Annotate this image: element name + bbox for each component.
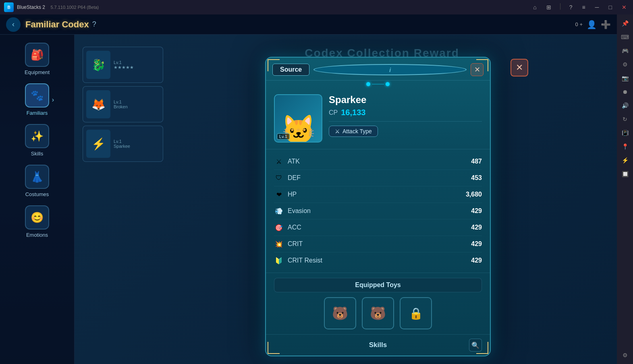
- main-content: Codex Collection Reward Sparkee 🐉 Lv.1★★…: [75, 35, 617, 364]
- tool-volume[interactable]: 🔊: [619, 100, 631, 111]
- card-thumb-2: 🦊: [86, 90, 110, 118]
- familiars-label: Familiars: [27, 110, 48, 116]
- profile-icon[interactable]: 👤: [587, 20, 597, 29]
- help-btn[interactable]: ?: [567, 3, 575, 11]
- menu-btn[interactable]: ≡: [579, 3, 587, 11]
- attack-type-button[interactable]: ⚔ Attack Type: [329, 126, 378, 137]
- def-icon: 🛡: [274, 173, 284, 183]
- tool-prefs[interactable]: ⚙: [619, 350, 631, 361]
- cp-value: 16,133: [341, 108, 365, 117]
- sidebar-item-equipment[interactable]: 🎒 Equipment: [25, 43, 50, 75]
- gem-decoration: [266, 81, 490, 88]
- stat-crit-value: 429: [471, 240, 482, 248]
- sidebar-item-familiars[interactable]: 🐾 Familiars ›: [25, 83, 49, 116]
- familiar-portrait: 🐱 Lv.1 ★ ★ ★ ★ ★: [274, 94, 322, 143]
- stat-def-value: 453: [471, 174, 482, 182]
- skills-icon: ✨: [25, 124, 49, 148]
- stat-row-acc: 🎯 ACC 429: [274, 219, 482, 236]
- gem-right: [386, 82, 390, 86]
- topbar-right: 0 + 👤 ➕: [575, 20, 611, 29]
- attack-type-label: Attack Type: [342, 128, 372, 134]
- toy-slot-1[interactable]: 🐻: [324, 297, 356, 329]
- add-icon[interactable]: ➕: [601, 20, 611, 29]
- stat-crit-label: CRIT: [288, 240, 471, 248]
- tool-gamepad[interactable]: 🎮: [619, 45, 631, 56]
- familiar-name: Sparkee: [329, 94, 482, 105]
- sidebar-item-emotions[interactable]: 😊 Emotions: [25, 205, 49, 238]
- equipped-toys-header: Equipped Toys: [274, 278, 482, 292]
- portrait-level: Lv.1: [277, 133, 290, 140]
- home-btn[interactable]: ⌂: [531, 3, 539, 11]
- cp-label: CP: [329, 109, 338, 116]
- star-2: ★: [290, 126, 295, 133]
- card-info-1: Lv.1★★★★★: [114, 60, 134, 70]
- tool-location[interactable]: 📍: [619, 141, 631, 152]
- skills-label: Skills: [31, 151, 43, 157]
- tool-record[interactable]: ⏺: [619, 86, 631, 97]
- star-4: ★: [302, 126, 307, 133]
- familiar-modal: Source i ✕ 🐱 Lv.1 ★ ★ ★: [265, 57, 491, 356]
- outer-close-button[interactable]: ✕: [511, 59, 528, 77]
- tool-settings[interactable]: ⚙: [619, 59, 631, 70]
- stat-row-crit-resist: 🔰 CRIT Resist 429: [274, 252, 482, 269]
- star-3: ★: [296, 126, 301, 133]
- card-item-2[interactable]: 🦊 Lv.1Broken: [83, 86, 163, 122]
- tool-pin[interactable]: 📌: [619, 18, 631, 29]
- equipment-icon: 🎒: [25, 43, 49, 67]
- corner-tl: [268, 59, 280, 71]
- attack-type-icon: ⚔: [335, 128, 340, 134]
- stat-evasion-value: 429: [471, 207, 482, 215]
- skills-section: Skills 🔍: [266, 335, 490, 356]
- grid-btn[interactable]: ⊞: [544, 3, 554, 11]
- familiar-section: 🐱 Lv.1 ★ ★ ★ ★ ★ Sparkee CP 16,133: [266, 88, 490, 149]
- toy-slot-2[interactable]: 🐻: [362, 297, 394, 329]
- stat-evasion-label: Evasion: [288, 207, 471, 215]
- stat-acc-label: ACC: [288, 224, 471, 231]
- sidebar-item-skills[interactable]: ✨ Skills: [25, 124, 49, 157]
- tool-multi[interactable]: 🔲: [619, 168, 631, 180]
- close-btn-titlebar[interactable]: ✕: [619, 3, 629, 11]
- emotions-label: Emotions: [26, 232, 48, 238]
- restore-btn[interactable]: □: [606, 3, 614, 11]
- game-topbar: ‹ Familiar Codex ? 0 + 👤 ➕: [0, 14, 617, 35]
- gem-line: [372, 84, 384, 85]
- stat-row-atk: ⚔ ATK 487: [274, 153, 482, 170]
- back-button[interactable]: ‹: [6, 17, 21, 32]
- toys-grid: 🐻 🐻 🔒: [274, 297, 482, 329]
- game-area: ‹ Familiar Codex ? 0 + 👤 ➕ 🎒 Equipment 🐾…: [0, 14, 617, 364]
- evasion-icon: 💨: [274, 206, 284, 216]
- info-icon[interactable]: i: [313, 64, 467, 75]
- toy-slot-3-locked[interactable]: 🔒: [400, 297, 432, 329]
- modal-header: Source i ✕: [266, 58, 490, 81]
- familiar-info: Sparkee CP 16,133 ⚔ Attack Type: [329, 94, 482, 137]
- card-info-3: Lv.1Sparkee: [114, 139, 130, 149]
- tool-shake[interactable]: 📳: [619, 127, 631, 139]
- stat-atk-label: ATK: [288, 158, 471, 165]
- cp-row: CP 16,133: [329, 108, 482, 122]
- card-item-1[interactable]: 🐉 Lv.1★★★★★: [83, 47, 163, 83]
- costumes-icon: 👗: [25, 165, 49, 189]
- info-btn-topbar[interactable]: ?: [92, 20, 96, 29]
- minimize-btn[interactable]: ─: [593, 3, 602, 11]
- app-logo: B: [4, 2, 14, 12]
- stat-def-label: DEF: [288, 174, 471, 182]
- currency-count: 0 +: [575, 21, 583, 27]
- corner-tr: [476, 59, 488, 71]
- atk-icon: ⚔: [274, 157, 284, 166]
- sidebar-item-costumes[interactable]: 👗 Costumes: [25, 165, 49, 197]
- tool-rotate[interactable]: ↻: [619, 114, 631, 125]
- tool-screenshot[interactable]: 📷: [619, 72, 631, 84]
- familiars-icon: 🐾: [25, 83, 49, 108]
- game-sidebar: 🎒 Equipment 🐾 Familiars › ✨ Skills 👗 Cos…: [0, 35, 75, 364]
- acc-icon: 🎯: [274, 223, 284, 232]
- costumes-label: Costumes: [25, 191, 49, 197]
- card-info-2: Lv.1Broken: [114, 99, 128, 109]
- corner-bl: [268, 342, 280, 354]
- tool-macro[interactable]: ⚡: [619, 155, 631, 166]
- card-item-3[interactable]: ⚡ Lv.1Sparkee: [83, 126, 163, 162]
- star-1: ★: [284, 126, 289, 133]
- star-5: ★: [308, 126, 313, 133]
- crit-icon: 💥: [274, 239, 284, 249]
- tool-keyboard[interactable]: ⌨: [619, 31, 631, 43]
- hp-icon: ❤: [274, 190, 284, 199]
